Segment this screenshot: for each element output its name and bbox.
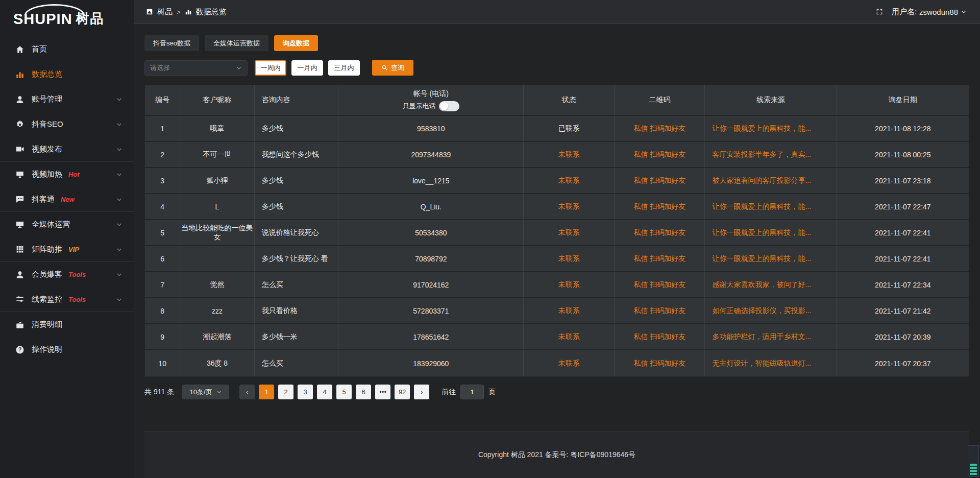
breadcrumb: 树品 > 数据总览: [146, 7, 227, 17]
page-button[interactable]: 2: [278, 385, 293, 399]
sidebar-item-label: 抖客通: [32, 195, 55, 204]
cell-source-link[interactable]: 让你一眼就爱上的黑科技，能...: [705, 246, 837, 272]
cell-qrcode-link[interactable]: 私信 扫码加好友: [615, 220, 705, 246]
inquiry-table: 编号 客户昵称 咨询内容 帐号 (电话) 只显示电话: [145, 85, 969, 376]
filter-select[interactable]: 请选择: [144, 60, 248, 76]
cell-source-link[interactable]: 多功能护栏灯，适用于乡村文...: [705, 324, 837, 350]
main-column: 树品 > 数据总览 用户名: zswodun88 抖音seo数据 全媒体运: [134, 0, 980, 478]
cell-qrcode-link[interactable]: 私信 扫码加好友: [615, 194, 705, 220]
sidebar-item-icon: [15, 145, 24, 154]
phone-toggle[interactable]: [439, 101, 459, 111]
cell-account: 50534380: [338, 220, 524, 246]
cell-source-link[interactable]: 如何正确选择投影仪，买投影...: [705, 298, 837, 324]
sidebar-item[interactable]: 视频发布: [0, 137, 134, 162]
page-button[interactable]: ›: [414, 385, 429, 399]
sidebar-item[interactable]: 消费明细: [0, 312, 134, 337]
date-range-button[interactable]: 一周内: [255, 60, 286, 76]
cell-content: 多少钱: [255, 194, 339, 220]
cell-qrcode-link[interactable]: 私信 扫码加好友: [615, 116, 705, 142]
cell-qrcode-link[interactable]: 私信 扫码加好友: [615, 168, 705, 194]
cell-status: 未联系: [524, 324, 615, 350]
cell-qrcode-link[interactable]: 私信 扫码加好友: [615, 246, 705, 272]
cell-account: 572803371: [338, 298, 524, 324]
filter-bar: 请选择 一周内 一月内 三月内 查询: [144, 60, 969, 76]
chevron-down-icon: [116, 146, 122, 153]
date-range-button[interactable]: 一月内: [291, 60, 323, 76]
page-button[interactable]: 3: [298, 385, 313, 399]
sidebar-item[interactable]: ? 操作说明: [0, 337, 134, 362]
goto-page-input[interactable]: [460, 385, 484, 399]
search-button[interactable]: 查询: [372, 60, 413, 76]
page-button[interactable]: 5: [336, 385, 352, 399]
sidebar-item[interactable]: 全媒体运营: [0, 212, 134, 237]
cell-source-link[interactable]: 让你一眼就爱上的黑科技，能...: [705, 220, 837, 246]
widget-bar: [970, 464, 977, 466]
table-row: 4 L 多少钱 Q_Liu. 未联系 私信 扫码加好友 让你一眼就爱上的黑科技，…: [145, 194, 969, 220]
page-button[interactable]: 6: [356, 385, 371, 399]
date-range-button[interactable]: 三月内: [328, 60, 360, 76]
page-size-select[interactable]: 10条/页: [182, 385, 229, 399]
sidebar-item[interactable]: 视频加热 Hot: [0, 162, 134, 187]
sidebar-item[interactable]: 数据总览: [0, 62, 134, 87]
table-row: 3 狐小狸 多少钱 love__1215 未联系 私信 扫码加好友 被大家追着问…: [145, 168, 969, 194]
page-button[interactable]: ‹: [239, 385, 255, 399]
cell-source-link[interactable]: 客厅安装投影半年多了，真实...: [705, 142, 837, 168]
cell-id: 3: [145, 168, 180, 194]
tab[interactable]: 询盘数据: [274, 35, 318, 51]
cell-qrcode-link[interactable]: 私信 扫码加好友: [615, 324, 705, 350]
breadcrumb-root[interactable]: 树品: [157, 7, 173, 17]
cell-source-link[interactable]: 被大家追着问的客厅投影分享...: [705, 168, 837, 194]
sidebar-item-icon: ?: [15, 345, 24, 354]
sidebar-item[interactable]: 矩阵助推 VIP: [0, 237, 134, 262]
table-row: 10 36度 8 怎么买 183929060 未联系 私信 扫码加好友 无主灯设…: [145, 350, 969, 376]
sidebar-item[interactable]: 首页: [0, 37, 134, 62]
cell-source-link[interactable]: 让你一眼就爱上的黑科技，能...: [705, 194, 837, 220]
tab[interactable]: 抖音seo数据: [144, 35, 199, 51]
cell-nickname: 觉然: [180, 272, 254, 298]
table-row: 5 当地比较能吃的一位美女 说说价格让我死心 50534380 未联系 私信 扫…: [145, 220, 969, 246]
chevron-down-icon: [116, 121, 122, 128]
sidebar-item[interactable]: 线索监控 Tools: [0, 287, 134, 312]
data-tabs: 抖音seo数据 全媒体运营数据 询盘数据: [144, 35, 969, 51]
cell-id: 10: [145, 350, 180, 376]
cell-nickname: L: [180, 194, 254, 220]
floating-widget[interactable]: [968, 445, 979, 477]
cell-qrcode-link[interactable]: 私信 扫码加好友: [615, 272, 705, 298]
col-source: 线索来源: [705, 85, 837, 116]
cell-qrcode-link[interactable]: 私信 扫码加好友: [615, 350, 705, 376]
sidebar-item-icon: [15, 170, 24, 179]
inquiry-table-wrapper: 编号 客户昵称 咨询内容 帐号 (电话) 只显示电话: [144, 85, 969, 377]
copyright-text: Copyright 树品 2021 备案号: 粤ICP备09019646号: [478, 450, 635, 460]
sidebar-item-icon: [15, 95, 24, 104]
sidebar-item-label: 视频发布: [32, 145, 62, 154]
page-button[interactable]: •••: [375, 385, 390, 399]
cell-date: 2021-11-07 23:18: [837, 168, 969, 194]
tab[interactable]: 全媒体运营数据: [205, 35, 268, 51]
cell-source-link[interactable]: 让你一眼就爱上的黑科技，能...: [705, 116, 837, 142]
cell-source-link[interactable]: 无主灯设计，智能磁吸轨道灯...: [705, 350, 837, 376]
cell-nickname: [180, 246, 254, 272]
sidebar-item[interactable]: 抖客通 New: [0, 187, 134, 212]
cell-nickname: zzz: [180, 298, 254, 324]
fullscreen-icon[interactable]: [875, 8, 884, 16]
cell-content: 怎么买: [255, 350, 339, 376]
cell-nickname: 狐小狸: [180, 168, 254, 194]
cell-id: 5: [145, 220, 180, 246]
sidebar-item-icon: [15, 270, 24, 279]
sidebar-item[interactable]: 抖音SEO: [0, 112, 134, 137]
page-button[interactable]: 4: [317, 385, 332, 399]
cell-source-link[interactable]: 感谢大家喜欢我家，被问了好...: [705, 272, 837, 298]
cell-qrcode-link[interactable]: 私信 扫码加好友: [615, 142, 705, 168]
table-row: 6 多少钱？让我死心 看 70898792 未联系 私信 扫码加好友 让你一眼就…: [145, 246, 969, 272]
logo: SHUPIN 树品: [0, 2, 134, 31]
sidebar-item[interactable]: 账号管理: [0, 87, 134, 112]
cell-status: 未联系: [524, 142, 615, 168]
sidebar-item[interactable]: 会员爆客 Tools: [0, 262, 134, 287]
sidebar-item-icon: [15, 195, 24, 204]
cell-account: 917024162: [338, 272, 524, 298]
page-button[interactable]: 1: [259, 385, 274, 399]
cell-qrcode-link[interactable]: 私信 扫码加好友: [615, 298, 705, 324]
page-button[interactable]: 92: [395, 385, 410, 399]
user-menu[interactable]: 用户名: zswodun88: [892, 7, 967, 17]
widget-bar: [970, 470, 977, 472]
